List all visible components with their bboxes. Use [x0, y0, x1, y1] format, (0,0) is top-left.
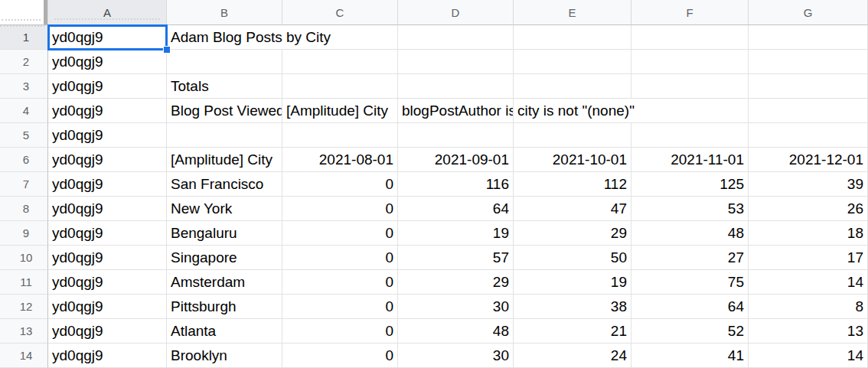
cell-A1[interactable]: yd0qgj9: [48, 25, 167, 50]
cell-F6[interactable]: 2021-11-01: [631, 148, 749, 172]
cell-B12[interactable]: Pittsburgh: [167, 295, 282, 319]
cell-C4[interactable]: [Amplitude] City: [282, 99, 398, 123]
select-all-corner[interactable]: [0, 0, 48, 25]
row-header-7[interactable]: 7: [0, 172, 48, 197]
cell-F2[interactable]: [631, 50, 749, 74]
cell-G9[interactable]: 18: [749, 221, 868, 246]
cell-G14[interactable]: 14: [749, 344, 868, 368]
cell-D9[interactable]: 19: [398, 221, 514, 246]
column-header-E[interactable]: E: [514, 0, 631, 25]
cell-E12[interactable]: 38: [514, 295, 631, 319]
column-header-A[interactable]: A: [48, 0, 167, 25]
cell-D6[interactable]: 2021-09-01: [398, 148, 514, 172]
cell-A9[interactable]: yd0qgj9: [48, 221, 167, 246]
row-header-1[interactable]: 1: [0, 25, 48, 50]
cell-C6[interactable]: 2021-08-01: [282, 148, 398, 172]
cell-B6[interactable]: [Amplitude] City: [167, 148, 282, 172]
cell-B7[interactable]: San Francisco: [167, 172, 282, 197]
cell-B11[interactable]: Amsterdam: [167, 270, 282, 295]
cell-B4[interactable]: Blog Post Viewed: [167, 99, 282, 123]
row-header-8[interactable]: 8: [0, 197, 48, 221]
row-header-2[interactable]: 2: [0, 50, 48, 74]
cell-C14[interactable]: 0: [282, 344, 398, 368]
cell-G4[interactable]: [749, 99, 868, 123]
cell-D11[interactable]: 29: [398, 270, 514, 295]
row-header-5[interactable]: 5: [0, 123, 48, 148]
cell-D1[interactable]: [398, 25, 514, 50]
fill-handle[interactable]: [163, 46, 171, 54]
cell-D14[interactable]: 30: [398, 344, 514, 368]
cell-F11[interactable]: 75: [631, 270, 749, 295]
cell-C11[interactable]: 0: [282, 270, 398, 295]
cell-C13[interactable]: 0: [282, 319, 398, 344]
cell-G1[interactable]: [749, 25, 868, 50]
cell-F8[interactable]: 53: [631, 197, 749, 221]
cell-B8[interactable]: New York: [167, 197, 282, 221]
cell-A3[interactable]: yd0qgj9: [48, 74, 167, 99]
row-header-10[interactable]: 10: [0, 246, 48, 270]
cell-B2[interactable]: [167, 50, 282, 74]
cell-F9[interactable]: 48: [631, 221, 749, 246]
cell-F14[interactable]: 41: [631, 344, 749, 368]
cell-B1[interactable]: Adam Blog Posts by City: [167, 25, 398, 50]
cell-F7[interactable]: 125: [631, 172, 749, 197]
column-header-C[interactable]: C: [282, 0, 398, 25]
cell-B9[interactable]: Bengaluru: [167, 221, 282, 246]
row-header-3[interactable]: 3: [0, 74, 48, 99]
cell-G3[interactable]: [749, 74, 868, 99]
cell-G6[interactable]: 2021-12-01: [749, 148, 868, 172]
cell-F10[interactable]: 27: [631, 246, 749, 270]
cell-C3[interactable]: [282, 74, 398, 99]
cell-E5[interactable]: [514, 123, 631, 148]
cell-A12[interactable]: yd0qgj9: [48, 295, 167, 319]
cell-G10[interactable]: 17: [749, 246, 868, 270]
cell-C7[interactable]: 0: [282, 172, 398, 197]
cell-D12[interactable]: 30: [398, 295, 514, 319]
cell-A10[interactable]: yd0qgj9: [48, 246, 167, 270]
cell-E9[interactable]: 29: [514, 221, 631, 246]
cell-E6[interactable]: 2021-10-01: [514, 148, 631, 172]
cell-D10[interactable]: 57: [398, 246, 514, 270]
cell-F13[interactable]: 52: [631, 319, 749, 344]
cell-E4[interactable]: city is not "(none)": [514, 99, 749, 123]
cell-E11[interactable]: 19: [514, 270, 631, 295]
cell-A8[interactable]: yd0qgj9: [48, 197, 167, 221]
column-header-B[interactable]: B: [167, 0, 282, 25]
row-header-12[interactable]: 12: [0, 295, 48, 319]
cell-E10[interactable]: 50: [514, 246, 631, 270]
cell-G12[interactable]: 8: [749, 295, 868, 319]
cell-E2[interactable]: [514, 50, 631, 74]
cell-C2[interactable]: [282, 50, 398, 74]
row-header-11[interactable]: 11: [0, 270, 48, 295]
cell-C5[interactable]: [282, 123, 398, 148]
cell-A4[interactable]: yd0qgj9: [48, 99, 167, 123]
cell-A2[interactable]: yd0qgj9: [48, 50, 167, 74]
cell-E13[interactable]: 21: [514, 319, 631, 344]
cell-D4[interactable]: blogPostAuthor is: [398, 99, 514, 123]
cell-B5[interactable]: [167, 123, 282, 148]
cell-G8[interactable]: 26: [749, 197, 868, 221]
cell-B14[interactable]: Brooklyn: [167, 344, 282, 368]
cell-F5[interactable]: [631, 123, 749, 148]
column-header-D[interactable]: D: [398, 0, 514, 25]
cell-D8[interactable]: 64: [398, 197, 514, 221]
row-header-6[interactable]: 6: [0, 148, 48, 172]
cell-G2[interactable]: [749, 50, 868, 74]
cell-D7[interactable]: 116: [398, 172, 514, 197]
cell-F3[interactable]: [631, 74, 749, 99]
row-header-4[interactable]: 4: [0, 99, 48, 123]
cell-G5[interactable]: [749, 123, 868, 148]
cell-G11[interactable]: 14: [749, 270, 868, 295]
cell-D2[interactable]: [398, 50, 514, 74]
cell-B3[interactable]: Totals: [167, 74, 282, 99]
cell-G7[interactable]: 39: [749, 172, 868, 197]
column-header-F[interactable]: F: [631, 0, 749, 25]
cell-D5[interactable]: [398, 123, 514, 148]
cell-D3[interactable]: [398, 74, 514, 99]
cell-C9[interactable]: 0: [282, 221, 398, 246]
cell-D13[interactable]: 48: [398, 319, 514, 344]
cell-A11[interactable]: yd0qgj9: [48, 270, 167, 295]
row-header-13[interactable]: 13: [0, 319, 48, 344]
cell-F1[interactable]: [631, 25, 749, 50]
cell-A5[interactable]: yd0qgj9: [48, 123, 167, 148]
